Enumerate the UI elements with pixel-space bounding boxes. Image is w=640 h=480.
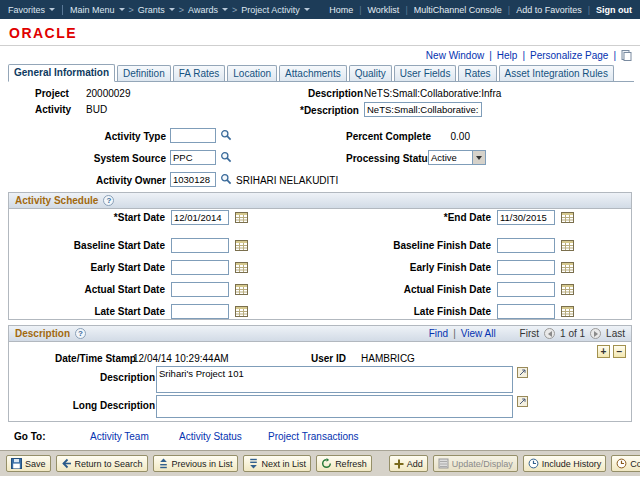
baseline-start-date-label: Baseline Start Date (9, 240, 165, 251)
breadcrumb-main-menu[interactable]: Main Menu (70, 5, 125, 15)
chevron-down-icon (222, 8, 228, 11)
calendar-icon[interactable] (235, 211, 248, 223)
processing-status-select[interactable]: Active (428, 150, 486, 165)
percent-complete-value: 0.00 (420, 131, 470, 142)
delete-row-button[interactable] (613, 345, 626, 358)
include-history-button[interactable]: Include History (523, 455, 607, 472)
oracle-logo: ORACLE (9, 25, 77, 41)
tab-user-fields[interactable]: User Fields (394, 65, 457, 81)
actual-finish-date-input[interactable] (497, 282, 555, 297)
copy-url-icon[interactable] (621, 50, 632, 61)
breadcrumb-project-activity[interactable]: Project Activity (232, 5, 310, 15)
actual-start-date-input[interactable] (171, 282, 229, 297)
early-finish-date-input[interactable] (497, 260, 555, 275)
action-toolbar: Save Return to Search Previous in List N… (0, 450, 640, 476)
add-to-favorites-link[interactable]: Add to Favorites (516, 5, 582, 15)
help-link[interactable]: Help (497, 50, 518, 61)
tab-fa-rates[interactable]: FA Rates (173, 65, 226, 81)
early-start-date-input[interactable] (171, 260, 229, 275)
calendar-icon[interactable] (561, 239, 574, 251)
return-to-search-button[interactable]: Return to Search (56, 455, 148, 472)
project-transactions-link[interactable]: Project Transactions (268, 431, 359, 442)
baseline-finish-date-input[interactable] (497, 238, 555, 253)
zoom-expand-icon[interactable] (517, 367, 528, 378)
tab-attachments[interactable]: Attachments (279, 65, 347, 81)
start-date-input[interactable] (171, 210, 229, 225)
worklist-link[interactable]: Worklist (368, 5, 400, 15)
help-icon[interactable] (75, 328, 86, 339)
long-description-textarea[interactable] (156, 395, 513, 418)
include-history-icon (528, 458, 539, 469)
activity-owner-name: SRIHARI NELAKUDITI (236, 175, 338, 186)
save-button[interactable]: Save (6, 455, 51, 472)
description-input[interactable] (364, 102, 482, 117)
favorites-label: Favorites (8, 5, 45, 15)
schedule-row: Actual Start Date Actual Finish Date (9, 282, 631, 298)
update-display-button: Update/Display (433, 455, 518, 472)
home-link[interactable]: Home (329, 5, 353, 15)
end-date-label: *End Date (329, 212, 491, 223)
correct-history-button[interactable]: Correct History (611, 455, 640, 472)
activity-team-link[interactable]: Activity Team (90, 431, 149, 442)
find-link[interactable]: Find (429, 328, 448, 339)
next-in-list-button[interactable]: Next in List (243, 455, 312, 472)
dropdown-arrow-icon[interactable] (472, 151, 485, 164)
tab-general-information[interactable]: General Information (8, 64, 115, 82)
multichannel-console-link[interactable]: MultiChannel Console (414, 5, 502, 15)
activity-type-lookup-icon[interactable] (220, 129, 232, 141)
breadcrumb: Favorites Main Menu Grants Awards Projec… (8, 5, 310, 15)
last-label: Last (606, 328, 625, 339)
activity-type-input[interactable] (170, 128, 216, 143)
late-start-date-input[interactable] (171, 304, 229, 319)
description-textarea[interactable]: Srihari's Project 101 (156, 366, 513, 393)
system-source-lookup-icon[interactable] (220, 151, 232, 163)
end-date-input[interactable] (497, 210, 555, 225)
activity-status-link[interactable]: Activity Status (179, 431, 242, 442)
add-icon (394, 459, 404, 469)
activity-owner-lookup-icon[interactable] (220, 173, 232, 185)
tab-definition[interactable]: Definition (117, 65, 171, 81)
separator (508, 5, 510, 15)
new-window-link[interactable]: New Window (426, 50, 484, 61)
tab-asset-integration-rules[interactable]: Asset Integration Rules (499, 65, 614, 81)
breadcrumb-grants[interactable]: Grants (129, 5, 175, 15)
previous-in-list-button[interactable]: Previous in List (153, 455, 238, 472)
separator (489, 50, 492, 61)
calendar-icon[interactable] (561, 305, 574, 317)
goto-label: Go To: (14, 431, 45, 442)
processing-status-value: Active (429, 152, 472, 163)
tab-rates[interactable]: Rates (458, 65, 496, 81)
calendar-icon[interactable] (561, 283, 574, 295)
zoom-expand-icon[interactable] (517, 396, 528, 407)
first-label: First (520, 328, 539, 339)
separator (588, 5, 590, 15)
separator (453, 328, 456, 339)
personalize-page-link[interactable]: Personalize Page (530, 50, 608, 61)
return-to-search-icon (61, 458, 72, 469)
description-section-title: Description (15, 328, 70, 339)
system-source-input[interactable] (170, 150, 216, 165)
calendar-icon[interactable] (235, 283, 248, 295)
activity-owner-input[interactable] (170, 172, 216, 187)
tab-quality[interactable]: Quality (349, 65, 392, 81)
breadcrumb-awards[interactable]: Awards (179, 5, 228, 15)
chevron-down-icon (304, 8, 310, 11)
description-header: Description Find View All First 1 of 1 L… (9, 326, 631, 342)
calendar-icon[interactable] (235, 305, 248, 317)
refresh-button[interactable]: Refresh (316, 455, 372, 472)
sign-out-link[interactable]: Sign out (596, 5, 632, 15)
update-display-icon (438, 458, 449, 469)
help-icon[interactable] (103, 195, 114, 206)
add-row-button[interactable] (597, 345, 610, 358)
late-finish-date-input[interactable] (497, 304, 555, 319)
favorites-menu[interactable]: Favorites (8, 5, 55, 15)
baseline-start-date-input[interactable] (171, 238, 229, 253)
calendar-icon[interactable] (235, 261, 248, 273)
add-button[interactable]: Add (389, 455, 428, 472)
schedule-row: Baseline Start Date Baseline Finish Date (9, 238, 631, 254)
calendar-icon[interactable] (235, 239, 248, 251)
view-all-link[interactable]: View All (461, 328, 496, 339)
tab-location[interactable]: Location (227, 65, 277, 81)
calendar-icon[interactable] (561, 261, 574, 273)
calendar-icon[interactable] (561, 211, 574, 223)
